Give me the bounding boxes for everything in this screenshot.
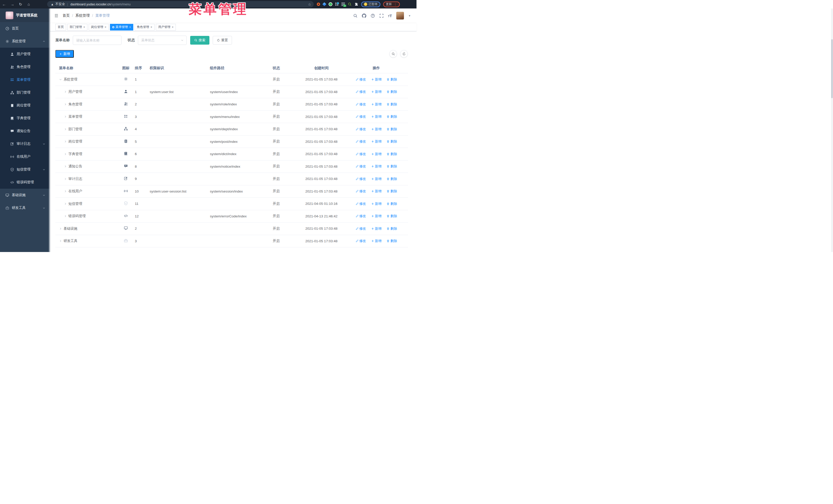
extension-paused-chip[interactable]: 已暂停 [361, 2, 380, 7]
tab-close-icon[interactable]: × [83, 26, 85, 29]
row-expand-icon[interactable] [64, 140, 67, 143]
edit-link[interactable]: 修改 [356, 114, 366, 119]
tab[interactable]: 部门管理 × [67, 24, 88, 30]
add-child-link[interactable]: 新增 [371, 226, 382, 231]
tab-close-icon[interactable]: × [129, 26, 131, 29]
delete-link[interactable]: 删除 [386, 201, 397, 206]
user-menu-caret-icon[interactable]: ▼ [408, 14, 411, 17]
extension-check-icon[interactable]: ✓ [329, 2, 332, 6]
help-icon[interactable] [371, 14, 375, 18]
row-expand-icon[interactable] [59, 78, 62, 81]
add-child-link[interactable]: 新增 [371, 239, 382, 243]
sidebar-item-menulist[interactable]: 菜单管理 [0, 73, 50, 86]
row-expand-icon[interactable] [59, 227, 62, 230]
extension-grid-icon[interactable] [335, 3, 339, 6]
add-child-link[interactable]: 新增 [371, 189, 382, 194]
sidebar-item-users[interactable]: 角色管理 [0, 61, 50, 73]
row-expand-icon[interactable] [64, 90, 67, 93]
row-expand-icon[interactable] [59, 239, 62, 242]
row-expand-icon[interactable] [64, 215, 67, 218]
edit-link[interactable]: 修改 [356, 152, 366, 157]
edit-link[interactable]: 修改 [356, 239, 366, 243]
extension-ring-icon[interactable] [317, 3, 320, 6]
status-select[interactable]: 菜单状态 [138, 35, 187, 45]
refresh-table-button[interactable] [400, 50, 408, 58]
sidebar-item-code[interactable]: 错误码管理 [0, 176, 50, 189]
sidebar-item-log[interactable]: 审计日志 [0, 137, 50, 150]
edit-link[interactable]: 修改 [356, 139, 366, 144]
edit-link[interactable]: 修改 [356, 90, 366, 94]
search-icon[interactable] [353, 14, 358, 18]
edit-link[interactable]: 修改 [356, 189, 366, 194]
edit-link[interactable]: 修改 [356, 201, 366, 206]
browser-menu-kebab-icon[interactable]: ⋮ [394, 3, 397, 6]
add-child-link[interactable]: 新增 [371, 90, 382, 94]
sidebar-item-online[interactable]: 在线用户 [0, 150, 50, 163]
delete-link[interactable]: 删除 [386, 139, 397, 144]
add-button[interactable]: 新增 [55, 50, 74, 58]
fullscreen-icon[interactable] [379, 14, 384, 18]
add-child-link[interactable]: 新增 [371, 127, 382, 131]
add-child-link[interactable]: 新增 [371, 201, 382, 206]
delete-link[interactable]: 删除 [386, 152, 397, 157]
reset-button[interactable]: 重置 [213, 36, 232, 45]
extension-stack-icon[interactable]: on [341, 3, 345, 6]
sidebar-item-dict[interactable]: 字典管理 [0, 112, 50, 125]
sidebar-item-monitor[interactable]: 基础设施 [0, 189, 50, 201]
avatar[interactable] [396, 12, 404, 20]
extension-search-icon[interactable] [348, 2, 352, 6]
tab-close-icon[interactable]: × [150, 26, 152, 29]
sidebar-item-user[interactable]: 用户管理 [0, 48, 50, 61]
row-expand-icon[interactable] [64, 103, 67, 106]
browser-update-chip[interactable]: 更新 ⋮ [383, 2, 400, 7]
edit-link[interactable]: 修改 [356, 164, 366, 169]
browser-reload-button[interactable]: ↻ [17, 2, 25, 7]
browser-home-button[interactable]: ⌂ [25, 2, 33, 6]
row-expand-icon[interactable] [64, 177, 67, 181]
tab[interactable]: 角色管理 × [135, 24, 154, 30]
tab-close-icon[interactable]: × [104, 26, 106, 29]
row-expand-icon[interactable] [64, 165, 67, 168]
tab[interactable]: 岗位管理 × [89, 24, 109, 30]
tab[interactable]: 首页 [55, 24, 66, 30]
row-expand-icon[interactable] [64, 190, 67, 193]
add-child-link[interactable]: 新增 [371, 77, 382, 82]
delete-link[interactable]: 删除 [386, 114, 397, 119]
sidebar-item-message[interactable]: 通知公告 [0, 125, 50, 137]
font-size-icon[interactable]: TT [388, 14, 392, 18]
extensions-puzzle-icon[interactable] [355, 2, 358, 6]
delete-link[interactable]: 删除 [386, 189, 397, 194]
edit-link[interactable]: 修改 [356, 127, 366, 131]
delete-link[interactable]: 删除 [386, 239, 397, 243]
sidebar-item-gear[interactable]: 系统管理 [0, 35, 50, 48]
delete-link[interactable]: 删除 [386, 102, 397, 106]
edit-link[interactable]: 修改 [356, 214, 366, 218]
add-child-link[interactable]: 新增 [371, 114, 382, 119]
search-button[interactable]: 搜索 [190, 36, 209, 45]
toggle-search-button[interactable] [389, 50, 397, 58]
app-logo-row[interactable]: 芋道管理系统 [0, 8, 50, 22]
delete-link[interactable]: 删除 [386, 177, 397, 181]
delete-link[interactable]: 删除 [386, 226, 397, 231]
bookmark-star-icon[interactable]: ☆ [308, 2, 311, 6]
row-expand-icon[interactable] [64, 115, 67, 118]
delete-link[interactable]: 删除 [386, 127, 397, 131]
edit-link[interactable]: 修改 [356, 177, 366, 181]
delete-link[interactable]: 删除 [386, 214, 397, 218]
tab-close-icon[interactable]: × [172, 26, 173, 29]
sidebar-collapse-icon[interactable] [54, 14, 58, 18]
browser-forward-button[interactable]: → [8, 2, 17, 6]
breadcrumb-system[interactable]: 系统管理 [75, 13, 90, 18]
tab[interactable]: 用户管理 × [156, 24, 176, 30]
add-child-link[interactable]: 新增 [371, 177, 382, 181]
edit-link[interactable]: 修改 [356, 77, 366, 82]
sidebar-item-post[interactable]: 岗位管理 [0, 99, 50, 112]
row-expand-icon[interactable] [64, 202, 67, 205]
sidebar-item-tool[interactable]: 研发工具 [0, 201, 50, 214]
extension-gem-icon[interactable] [323, 2, 327, 6]
sidebar-scrollbar[interactable] [49, 8, 50, 252]
add-child-link[interactable]: 新增 [371, 214, 382, 218]
row-expand-icon[interactable] [64, 152, 67, 155]
add-child-link[interactable]: 新增 [371, 164, 382, 169]
browser-back-button[interactable]: ← [0, 2, 8, 6]
